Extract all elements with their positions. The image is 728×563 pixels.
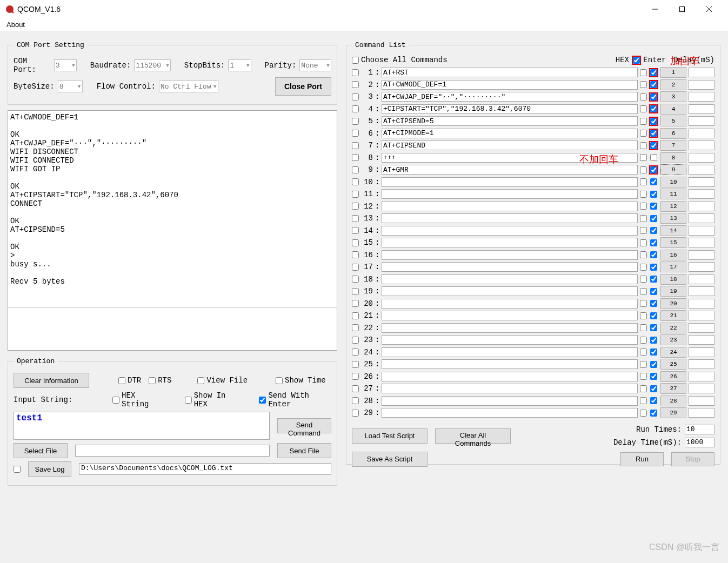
cmd-select-checkbox[interactable] xyxy=(352,276,359,283)
cmd-delay-input[interactable] xyxy=(689,262,714,272)
cmd-hex-checkbox[interactable] xyxy=(640,203,647,210)
cmd-select-checkbox[interactable] xyxy=(352,324,359,331)
cmd-text-input[interactable] xyxy=(382,372,638,381)
clear-all-commands-button[interactable]: Clear All Commands xyxy=(435,428,511,444)
cmd-text-input[interactable] xyxy=(382,250,638,260)
cmd-enter-checkbox[interactable] xyxy=(650,324,657,331)
cmd-text-input[interactable] xyxy=(382,68,638,77)
cmd-text-input[interactable] xyxy=(382,396,638,406)
cmd-select-checkbox[interactable] xyxy=(352,93,359,100)
cmd-send-button[interactable]: 6 xyxy=(660,128,686,139)
view-file-checkbox[interactable]: View File xyxy=(197,376,248,385)
cmd-delay-input[interactable] xyxy=(689,80,714,90)
cmd-hex-checkbox[interactable] xyxy=(640,251,647,258)
cmd-enter-checkbox[interactable] xyxy=(650,373,657,380)
cmd-send-button[interactable]: 17 xyxy=(660,262,686,272)
cmd-hex-checkbox[interactable] xyxy=(640,337,647,344)
cmd-send-button[interactable]: 4 xyxy=(660,104,686,115)
cmd-hex-checkbox[interactable] xyxy=(640,227,647,234)
cmd-delay-input[interactable] xyxy=(689,396,714,406)
cmd-enter-checkbox[interactable] xyxy=(650,264,657,271)
cmd-delay-input[interactable] xyxy=(689,116,714,126)
run-button[interactable]: Run xyxy=(620,452,664,466)
cmd-hex-checkbox[interactable] xyxy=(640,215,647,222)
cmd-enter-checkbox[interactable] xyxy=(650,203,657,210)
cmd-select-checkbox[interactable] xyxy=(352,191,359,198)
enter-header-checkbox[interactable] xyxy=(633,57,640,64)
cmd-text-input[interactable] xyxy=(382,384,638,393)
save-log-enable-checkbox[interactable] xyxy=(14,466,21,473)
show-time-checkbox[interactable]: Show Time xyxy=(276,376,326,385)
cmd-select-checkbox[interactable] xyxy=(352,215,359,222)
dtr-checkbox[interactable]: DTR xyxy=(118,376,141,385)
cmd-hex-checkbox[interactable] xyxy=(640,191,647,198)
cmd-select-checkbox[interactable] xyxy=(352,337,359,344)
cmd-select-checkbox[interactable] xyxy=(352,118,359,125)
cmd-text-input[interactable] xyxy=(382,299,638,309)
flowcontrol-select[interactable]: No Ctrl Flow▼ xyxy=(159,81,218,92)
cmd-send-button[interactable]: 25 xyxy=(660,359,686,370)
cmd-hex-checkbox[interactable] xyxy=(640,288,647,295)
cmd-delay-input[interactable] xyxy=(689,238,714,247)
delay-time-input[interactable] xyxy=(685,438,714,447)
cmd-send-button[interactable]: 23 xyxy=(660,334,686,345)
cmd-delay-input[interactable] xyxy=(689,335,714,345)
cmd-enter-checkbox[interactable] xyxy=(650,337,657,344)
cmd-enter-checkbox[interactable] xyxy=(650,348,657,356)
cmd-send-button[interactable]: 19 xyxy=(660,286,686,297)
cmd-hex-checkbox[interactable] xyxy=(640,130,647,137)
cmd-hex-checkbox[interactable] xyxy=(640,385,647,392)
save-as-script-button[interactable]: Save As Script xyxy=(352,452,428,467)
cmd-delay-input[interactable] xyxy=(689,129,714,138)
cmd-send-button[interactable]: 28 xyxy=(660,396,686,406)
cmd-select-checkbox[interactable] xyxy=(352,361,359,368)
cmd-delay-input[interactable] xyxy=(689,372,714,381)
cmd-send-button[interactable]: 12 xyxy=(660,201,686,212)
cmd-hex-checkbox[interactable] xyxy=(640,361,647,368)
cmd-delay-input[interactable] xyxy=(689,202,714,211)
cmd-send-button[interactable]: 3 xyxy=(660,91,686,102)
cmd-enter-checkbox[interactable] xyxy=(650,239,657,246)
bytesize-select[interactable]: 8▼ xyxy=(58,81,83,92)
cmd-enter-checkbox[interactable] xyxy=(650,191,657,198)
cmd-send-button[interactable]: 10 xyxy=(660,177,686,187)
cmd-text-input[interactable] xyxy=(382,104,638,114)
send-command-button[interactable]: Send Command xyxy=(277,418,331,433)
cmd-send-button[interactable]: 21 xyxy=(660,310,686,321)
cmd-send-button[interactable]: 8 xyxy=(660,152,686,163)
cmd-select-checkbox[interactable] xyxy=(352,142,359,149)
clear-information-button[interactable]: Clear Information xyxy=(14,373,89,388)
cmd-send-button[interactable]: 22 xyxy=(660,323,686,333)
cmd-delay-input[interactable] xyxy=(689,104,714,114)
cmd-select-checkbox[interactable] xyxy=(352,373,359,380)
cmd-select-checkbox[interactable] xyxy=(352,312,359,319)
cmd-hex-checkbox[interactable] xyxy=(640,154,647,161)
cmd-text-input[interactable] xyxy=(382,129,638,138)
cmd-select-checkbox[interactable] xyxy=(352,69,359,76)
cmd-delay-input[interactable] xyxy=(689,347,714,357)
cmd-select-checkbox[interactable] xyxy=(352,251,359,258)
cmd-send-button[interactable]: 26 xyxy=(660,371,686,382)
file-path-field[interactable] xyxy=(75,445,270,457)
cmd-select-checkbox[interactable] xyxy=(352,227,359,234)
cmd-send-button[interactable]: 5 xyxy=(660,116,686,126)
cmd-enter-checkbox[interactable] xyxy=(650,105,657,112)
cmd-hex-checkbox[interactable] xyxy=(640,166,647,173)
cmd-send-button[interactable]: 13 xyxy=(660,213,686,224)
cmd-select-checkbox[interactable] xyxy=(352,300,359,307)
cmd-text-input[interactable] xyxy=(382,80,638,90)
cmd-enter-checkbox[interactable] xyxy=(650,397,657,404)
cmd-text-input[interactable] xyxy=(382,92,638,102)
cmd-enter-checkbox[interactable] xyxy=(650,81,657,88)
cmd-hex-checkbox[interactable] xyxy=(640,312,647,319)
cmd-enter-checkbox[interactable] xyxy=(650,251,657,258)
stopbits-select[interactable]: 1▼ xyxy=(228,59,251,71)
cmd-hex-checkbox[interactable] xyxy=(640,324,647,331)
maximize-button[interactable] xyxy=(669,1,696,17)
choose-all-commands-checkbox[interactable] xyxy=(352,57,359,64)
cmd-text-input[interactable] xyxy=(382,213,638,223)
cmd-text-input[interactable] xyxy=(382,347,638,357)
cmd-send-button[interactable]: 11 xyxy=(660,189,686,199)
cmd-enter-checkbox[interactable] xyxy=(650,166,657,173)
cmd-delay-input[interactable] xyxy=(689,153,714,163)
